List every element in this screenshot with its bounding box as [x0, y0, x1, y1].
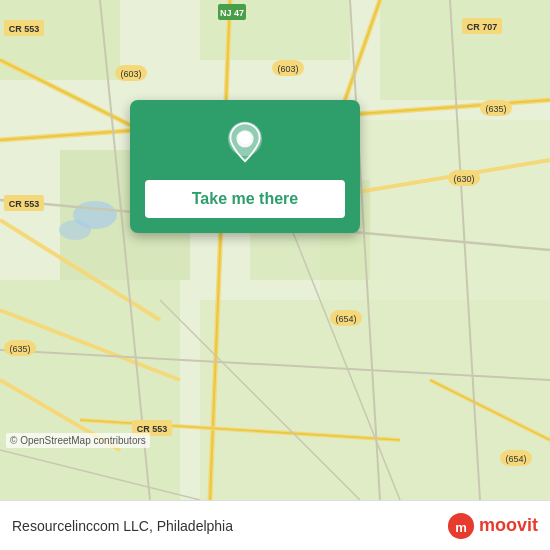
take-me-there-button[interactable]: Take me there [145, 180, 345, 218]
map-container: CR 553 NJ 47 (603) (603) CR 707 (635) (6… [0, 0, 550, 500]
svg-point-10 [59, 220, 91, 240]
moovit-logo: m moovit [447, 512, 538, 540]
svg-text:CR 553: CR 553 [9, 199, 40, 209]
svg-rect-4 [0, 280, 180, 500]
svg-text:NJ 47: NJ 47 [220, 8, 244, 18]
footer: Resourcelinccom LLC, Philadelphia m moov… [0, 500, 550, 550]
svg-text:(603): (603) [277, 64, 298, 74]
location-label: Resourcelinccom LLC, Philadelphia [12, 518, 233, 534]
svg-text:(654): (654) [335, 314, 356, 324]
svg-text:(635): (635) [9, 344, 30, 354]
svg-text:(654): (654) [505, 454, 526, 464]
svg-text:CR 553: CR 553 [9, 24, 40, 34]
map-background: CR 553 NJ 47 (603) (603) CR 707 (635) (6… [0, 0, 550, 500]
svg-rect-3 [380, 0, 550, 100]
svg-text:(603): (603) [120, 69, 141, 79]
moovit-icon: m [447, 512, 475, 540]
svg-text:m: m [455, 519, 467, 534]
moovit-brand-name: moovit [479, 515, 538, 536]
navigation-popup: Take me there [130, 100, 360, 233]
map-attribution: © OpenStreetMap contributors [6, 433, 150, 448]
svg-text:CR 707: CR 707 [467, 22, 498, 32]
svg-text:(630): (630) [453, 174, 474, 184]
location-pin-icon [221, 120, 269, 168]
svg-text:(635): (635) [485, 104, 506, 114]
